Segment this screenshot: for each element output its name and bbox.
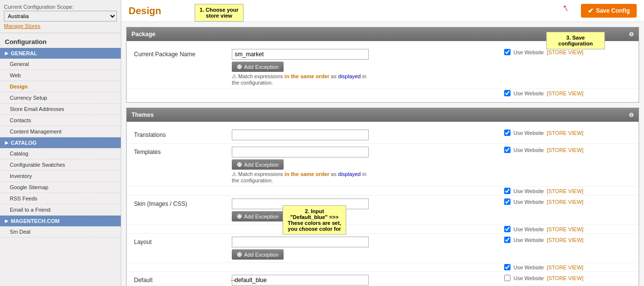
skin-use-website-1: Use Website [STORE VIEW]	[504, 198, 631, 205]
sidebar-group-catalog-label: CATALOG	[11, 140, 37, 146]
store-view-link-2[interactable]: [STORE VIEW]	[547, 90, 583, 96]
red-arrow-default: →	[229, 276, 237, 285]
templates-match-expr: ⚠ Match expressions in the same order as…	[232, 171, 497, 183]
themes-section-body: Translations Use Website [STORE VIEW] Te…	[127, 122, 639, 286]
package-name-input[interactable]	[232, 49, 369, 60]
main-content: 1. Choose your store view Design ↑ ✔ Sav…	[121, 0, 644, 286]
layout-exception-label: Add Exception	[244, 252, 279, 258]
page-title: Design	[129, 5, 161, 17]
package-second-row: Use Website [STORE VIEW]	[127, 89, 639, 97]
tooltip-save-config: 3. Save configuration	[546, 32, 605, 49]
translations-use-website: Use Website [STORE VIEW]	[504, 130, 631, 136]
sidebar-item-email-friend[interactable]: Email to a Friend	[0, 204, 121, 216]
layout-input[interactable]	[232, 237, 369, 247]
use-website-label-2: Use Website	[513, 90, 544, 96]
skin-add-exception-button[interactable]: ⊕ Add Exception	[232, 211, 284, 221]
templates-use-website-2: Use Website [STORE VIEW]	[504, 188, 631, 194]
save-config-button[interactable]: ✔ Save Config	[581, 4, 637, 18]
sidebar-item-swatches[interactable]: Configurable Swatches	[0, 159, 121, 171]
themes-section: Themes ⊖ Translations Use Website [STORE…	[126, 108, 639, 286]
store-label: Current Configuration Scope:	[4, 4, 117, 10]
skin-uw-label-2: Use Website	[513, 226, 544, 232]
package-checkbox-1[interactable]	[504, 49, 511, 55]
sidebar-group-magentech-label: MAGENTECH.COM	[11, 218, 60, 224]
collapse-icon[interactable]: ⊖	[629, 31, 634, 38]
store-select-area: Current Configuration Scope: Australia M…	[0, 0, 121, 33]
layout-checkbox-1[interactable]	[504, 237, 511, 243]
skin-second-row: Use Website [STORE VIEW]	[127, 225, 639, 234]
templates-label: Templates	[134, 147, 232, 155]
store-select[interactable]: Australia	[4, 11, 117, 22]
default-control: → ⊕ Add Exception	[232, 275, 497, 286]
translations-sv-link[interactable]: [STORE VIEW]	[547, 130, 583, 136]
use-website-label-1: Use Website	[513, 49, 544, 55]
package-use-website-2: Use Website [STORE VIEW]	[504, 90, 631, 96]
templates-uw-label-1: Use Website	[513, 147, 544, 153]
sidebar-item-inventory[interactable]: Inventory	[0, 171, 121, 182]
layout-row: Layout ⊕ Add Exception Use Website [STOR…	[127, 234, 639, 263]
templates-sv-link-1[interactable]: [STORE VIEW]	[547, 147, 583, 153]
package-checkbox-2[interactable]	[504, 90, 511, 96]
skin-uw-label-1: Use Website	[513, 199, 544, 205]
plus-icon-templates: ⊕	[237, 161, 242, 168]
translations-row: Translations Use Website [STORE VIEW]	[127, 127, 639, 144]
layout-sv-link-2[interactable]: [STORE VIEW]	[547, 264, 583, 270]
store-view-link-1[interactable]: [STORE VIEW]	[547, 49, 583, 55]
layout-add-exception-button[interactable]: ⊕ Add Exception	[232, 249, 284, 260]
empty-label-skin	[134, 226, 232, 228]
themes-collapse-icon[interactable]: ⊖	[629, 111, 634, 118]
sidebar-group-general-label: GENERAL	[11, 50, 37, 56]
empty-label-templates	[134, 188, 232, 190]
sidebar-item-email-addresses[interactable]: Store Email Addresses	[0, 104, 121, 115]
templates-input[interactable]	[232, 147, 369, 157]
arrow-to-save: ↑	[560, 1, 571, 15]
templates-checkbox-2[interactable]	[504, 188, 511, 194]
layout-checkbox-2[interactable]	[504, 264, 511, 270]
translations-input[interactable]	[232, 130, 369, 140]
default-input[interactable]	[232, 275, 369, 286]
sidebar-item-catalog[interactable]: Catalog	[0, 148, 121, 159]
sidebar-item-rss[interactable]: RSS Feeds	[0, 193, 121, 204]
layout-control: ⊕ Add Exception	[232, 237, 497, 260]
sidebar-item-content[interactable]: Content Management	[0, 126, 121, 137]
default-label: Default	[134, 275, 232, 284]
plus-icon-skin: ⊕	[237, 213, 242, 220]
package-add-exception-button[interactable]: ⊕ Add Exception	[232, 62, 284, 72]
layout-second-row: Use Website [STORE VIEW]	[127, 263, 639, 272]
sidebar-item-currency[interactable]: Currency Setup	[0, 92, 121, 104]
sidebar-group-magentech[interactable]: ▶ MAGENTECH.COM	[0, 216, 121, 226]
package-title: Package	[132, 31, 155, 38]
templates-add-exception-button[interactable]: ⊕ Add Exception	[232, 159, 284, 170]
package-exception-label: Add Exception	[244, 64, 279, 70]
sidebar-group-general[interactable]: ▶ GENERAL	[0, 48, 121, 59]
skin-sv-link-1[interactable]: [STORE VIEW]	[547, 199, 583, 205]
themes-section-header: Themes ⊖	[127, 108, 639, 122]
templates-sv-link-2[interactable]: [STORE VIEW]	[547, 188, 583, 194]
arrow-icon-magentech: ▶	[5, 219, 8, 223]
layout-use-website-1: Use Website [STORE VIEW]	[504, 237, 631, 243]
layout-uw-label-2: Use Website	[513, 264, 544, 270]
layout-sv-link-1[interactable]: [STORE VIEW]	[547, 237, 583, 243]
default-sv-link-1[interactable]: [STORE VIEW]	[547, 275, 583, 281]
sidebar-item-contacts[interactable]: Contacts	[0, 115, 121, 126]
translations-label: Translations	[134, 130, 232, 138]
sidebar-item-web[interactable]: Web	[0, 70, 121, 81]
translations-checkbox[interactable]	[504, 130, 511, 136]
save-config-label: Save Config	[596, 7, 630, 14]
layout-uw-label-1: Use Website	[513, 237, 544, 243]
templates-uw-label-2: Use Website	[513, 188, 544, 194]
sidebar-item-design[interactable]: Design	[0, 81, 121, 92]
skin-sv-link-2[interactable]: [STORE VIEW]	[547, 226, 583, 232]
templates-use-website-1: Use Website [STORE VIEW]	[504, 147, 631, 153]
sidebar-item-smdeal[interactable]: Sm Deal	[0, 226, 121, 238]
skin-checkbox-1[interactable]	[504, 198, 511, 205]
sidebar-group-catalog[interactable]: ▶ CATALOG	[0, 137, 121, 148]
manage-stores-link[interactable]: Manage Stores	[4, 23, 117, 29]
templates-checkbox-1[interactable]	[504, 147, 511, 153]
default-uw-label-1: Use Website	[513, 275, 544, 281]
skin-checkbox-2[interactable]	[504, 226, 511, 232]
sidebar-item-general[interactable]: General	[0, 59, 121, 70]
sidebar-item-sitemap[interactable]: Google Sitemap	[0, 182, 121, 193]
default-checkbox-1[interactable]	[504, 275, 511, 281]
tooltip-input-default: 2. Input "Default_blue" =>> These colors…	[283, 205, 346, 235]
